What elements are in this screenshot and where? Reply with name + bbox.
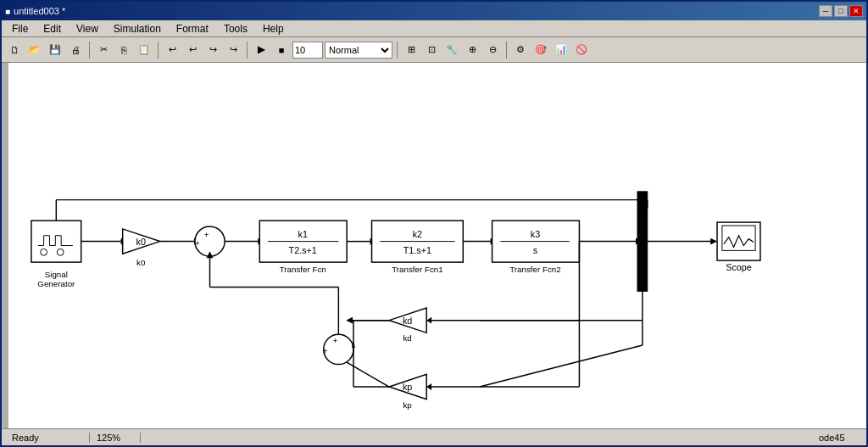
menu-bar: File Edit View Simulation Format Tools H… <box>2 20 866 37</box>
signal-gen-label: Signal <box>45 270 68 279</box>
tf1-num: k1 <box>298 229 308 239</box>
tf2-label: Transfer Fcn1 <box>392 265 443 274</box>
sum1-plus-top: + <box>204 230 209 239</box>
k0-label: k0 <box>136 237 146 247</box>
sim-mode-select[interactable]: Normal Accelerator <box>325 42 392 59</box>
print-button[interactable]: 🖨 <box>66 41 85 59</box>
sum2-plus-left: + <box>323 346 328 355</box>
app-icon: ■ <box>5 7 10 16</box>
stop-button[interactable]: ■ <box>272 41 291 59</box>
menu-view[interactable]: View <box>70 20 105 36</box>
save-button[interactable]: 💾 <box>46 41 64 59</box>
target-btn[interactable]: 🎯 <box>531 41 550 59</box>
kd-sublabel: kd <box>403 333 411 343</box>
sep2 <box>158 42 159 59</box>
title-bar-left: ■ untitled003 * <box>5 6 65 16</box>
kd-label: kd <box>403 316 412 326</box>
close-button[interactable]: ✕ <box>849 5 863 17</box>
lib-btn[interactable]: ⊞ <box>402 41 420 59</box>
tf2-block[interactable]: k2 T1.s+1 Transfer Fcn1 <box>372 221 464 274</box>
tf2-den: T1.s+1 <box>403 245 431 255</box>
kd-gain-block[interactable]: kd kd <box>389 308 426 343</box>
profile-btn[interactable]: 📊 <box>552 41 570 59</box>
sep1 <box>89 42 90 59</box>
title-bar: ■ untitled003 * ─ □ ✕ <box>2 2 866 20</box>
menu-help[interactable]: Help <box>256 20 291 36</box>
svg-point-52 <box>324 334 353 364</box>
svg-rect-0 <box>31 221 81 262</box>
svg-line-51 <box>480 291 643 320</box>
scope-block[interactable]: Scope <box>717 222 760 272</box>
svg-marker-37 <box>710 238 717 245</box>
menu-simulation[interactable]: Simulation <box>107 20 168 36</box>
disable-btn[interactable]: 🚫 <box>572 41 591 59</box>
run-btn[interactable]: ⚙ <box>511 41 530 59</box>
sep3 <box>247 42 248 59</box>
window-title: untitled003 * <box>14 6 65 16</box>
menu-format[interactable]: Format <box>170 20 215 36</box>
canvas-area[interactable]: Signal Generator k0 k0 + + <box>2 63 866 428</box>
tf2-num: k2 <box>413 229 422 239</box>
cut-button[interactable]: ✂ <box>94 41 113 59</box>
tf3-num: k3 <box>531 229 540 239</box>
sum2-plus-top: + <box>333 336 338 345</box>
redo2-button[interactable]: ↪ <box>224 41 242 59</box>
svg-marker-46 <box>346 317 353 324</box>
menu-file[interactable]: File <box>5 20 35 36</box>
svg-line-50 <box>346 362 389 387</box>
model-btn[interactable]: ⊡ <box>422 41 441 59</box>
app-window: ■ untitled003 * ─ □ ✕ File Edit View Sim… <box>0 0 868 447</box>
tf1-label: Transfer Fcn <box>280 265 326 274</box>
menu-tools[interactable]: Tools <box>217 20 254 36</box>
kp-sublabel: kp <box>403 400 412 410</box>
open-button[interactable]: 📂 <box>25 41 44 59</box>
sim-time-input[interactable] <box>292 42 323 59</box>
menu-edit[interactable]: Edit <box>36 20 68 36</box>
signal-gen-label2: Generator <box>37 279 75 288</box>
undo-button[interactable]: ↩ <box>163 41 181 59</box>
svg-line-47 <box>480 345 643 387</box>
debug-btn[interactable]: 🔧 <box>442 41 461 59</box>
kp-label: kp <box>403 382 412 392</box>
tf1-block[interactable]: k1 T2.s+1 Transfer Fcn <box>259 221 347 274</box>
minimize-button[interactable]: ─ <box>819 5 832 17</box>
undo2-button[interactable]: ↩ <box>183 41 202 59</box>
scope-label: Scope <box>726 262 752 272</box>
redo-button[interactable]: ↪ <box>203 41 222 59</box>
tf3-den: s <box>533 245 537 255</box>
status-bar: Ready 125% ode45 <box>2 428 866 445</box>
copy-button[interactable]: ⎘ <box>114 41 133 59</box>
toolbar: 🗋 📂 💾 🖨 ✂ ⎘ 📋 ↩ ↩ ↪ ↪ ▶ ■ Normal Acceler… <box>2 37 866 63</box>
tf3-label: Transfer Fcn2 <box>509 265 561 274</box>
svg-rect-39 <box>722 226 755 250</box>
play-button[interactable]: ▶ <box>252 41 270 59</box>
paste-button[interactable]: 📋 <box>135 41 153 59</box>
sep4 <box>397 42 398 59</box>
k0-sublabel: k0 <box>136 258 146 267</box>
status-ready: Ready <box>5 433 90 443</box>
tf3-block[interactable]: k3 s Transfer Fcn2 <box>492 221 580 274</box>
zoom-in-btn[interactable]: ⊕ <box>463 41 481 59</box>
sep5 <box>506 42 507 59</box>
maximize-button[interactable]: □ <box>834 5 848 17</box>
k0-gain-block[interactable]: k0 k0 <box>123 229 160 267</box>
diagram-svg: Signal Generator k0 k0 + + <box>2 63 866 428</box>
kp-gain-block[interactable]: kp kp <box>389 374 426 409</box>
title-bar-controls[interactable]: ─ □ ✕ <box>819 5 863 17</box>
zoom-out-btn[interactable]: ⊖ <box>483 41 502 59</box>
signal-generator-block[interactable]: Signal Generator <box>31 221 81 288</box>
tf1-den: T2.s+1 <box>289 245 317 255</box>
sum2-block[interactable]: + + <box>323 334 353 364</box>
status-solver: ode45 <box>812 433 863 443</box>
new-button[interactable]: 🗋 <box>5 41 24 59</box>
status-zoom: 125% <box>90 433 141 443</box>
sum1-plus-left: + <box>195 238 200 248</box>
